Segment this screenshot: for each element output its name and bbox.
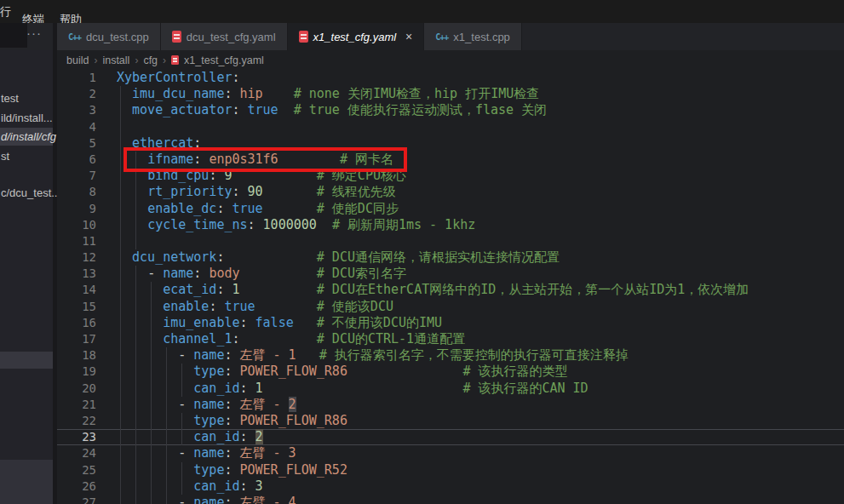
code-text: - name: 左臂 - 2	[117, 397, 296, 413]
line-number: 16	[57, 315, 96, 331]
breadcrumb-cfg[interactable]: cfg	[143, 54, 158, 66]
code-text: ecat_id: 1 # DCU在EtherCAT网络中的ID，从主站开始，第一…	[117, 282, 749, 298]
code-line[interactable]: 18 - name: 左臂 - 1 # 执行器索引名字，不需要控制的执行器可直接…	[57, 347, 844, 364]
code-line[interactable]: 20 can_id: 1 # 该执行器的CAN ID	[57, 381, 844, 397]
tab-dcu-test-cpp[interactable]: C++ dcu_test.cpp	[57, 23, 161, 50]
line-number: 5	[57, 135, 96, 152]
code-area[interactable]: 1XyberController:2 imu_dcu_name: hip # n…	[57, 70, 844, 504]
yaml-file-icon	[172, 31, 181, 43]
code-line[interactable]: 21 - name: 左臂 - 2	[57, 397, 844, 413]
code-text: can_id: 2	[117, 429, 263, 445]
code-line[interactable]: 17 channel_1: # DCU的CTRL-1通道配置	[57, 331, 844, 347]
tab-x1-test-cpp[interactable]: C++ x1_test.cpp	[424, 23, 522, 50]
code-line[interactable]: 8 rt_priority: 90 # 线程优先级	[57, 184, 844, 200]
code-line[interactable]: 19 type: POWER_FLOW_R86 # 该执行器的类型	[57, 364, 844, 380]
line-number: 8	[57, 184, 96, 200]
code-line[interactable]: 9 enable_dc: true # 使能DC同步	[57, 201, 844, 217]
cpp-file-icon: C++	[68, 32, 81, 42]
code-text: can_id: 3	[117, 478, 263, 495]
sidebar: ··· test ild/install... d/install/cfg st…	[0, 23, 57, 504]
code-line[interactable]: 14 ecat_id: 1 # DCU在EtherCAT网络中的ID，从主站开始…	[57, 282, 844, 298]
code-line[interactable]: 13 - name: body # DCU索引名字	[57, 266, 844, 282]
line-number: 3	[57, 102, 96, 118]
breadcrumb-install[interactable]: install	[102, 54, 129, 66]
line-number: 2	[57, 86, 96, 102]
breadcrumb-file[interactable]: x1_test_cfg.yaml	[184, 54, 264, 66]
code-text: - name: 左臂 - 3	[117, 445, 296, 461]
sidebar-item-st[interactable]: st	[1, 150, 9, 163]
line-number: 15	[57, 299, 96, 315]
code-line[interactable]: 4	[57, 119, 844, 135]
line-number: 27	[57, 495, 96, 504]
line-number: 17	[57, 331, 96, 347]
code-line[interactable]: 24 - name: 左臂 - 3	[57, 445, 844, 461]
code-line[interactable]: 27 - name: 左臂 - 4	[57, 495, 844, 504]
more-actions-icon[interactable]: ···	[26, 26, 42, 40]
line-number: 24	[57, 445, 96, 461]
breadcrumb-build[interactable]: build	[66, 54, 89, 66]
code-text: XyberController:	[117, 70, 240, 86]
code-line[interactable]: 25 type: POWER_FLOW_R52	[57, 462, 844, 478]
indent-guide	[120, 119, 121, 135]
code-line[interactable]: 26 can_id: 3	[57, 478, 844, 495]
tab-x1-test-cfg-yaml[interactable]: x1_test_cfg.yaml ×	[288, 23, 425, 50]
line-number: 7	[57, 168, 96, 184]
code-text: move_actuator: true # true 使能执行器运动测试，fla…	[117, 102, 547, 118]
indent-guide	[120, 233, 121, 249]
line-number: 26	[57, 478, 96, 495]
menu-item-run[interactable]: 运行	[0, 0, 14, 23]
chevron-right-icon: ›	[135, 54, 138, 66]
code-text: - name: body # DCU索引名字	[117, 266, 406, 282]
code-text: channel_1: # DCU的CTRL-1通道配置	[117, 331, 465, 347]
sidebar-item-dcu-test[interactable]: c/dcu_test...	[1, 186, 60, 199]
code-text: bind_cpu: 9 # 绑定CPU核心	[117, 168, 406, 184]
code-text: can_id: 1 # 该执行器的CAN ID	[117, 381, 589, 397]
sidebar-item-install[interactable]: ild/install...	[1, 112, 53, 124]
code-text: type: POWER_FLOW_R86 # 该执行器的类型	[117, 364, 567, 380]
sidebar-item-test[interactable]: test	[1, 92, 19, 105]
code-text: cycle_time_ns: 1000000 # 刷新周期1ms - 1khz	[117, 217, 475, 233]
code-text: imu_dcu_name: hip # none 关闭IMU检查，hip 打开I…	[117, 86, 539, 102]
line-number: 18	[57, 347, 96, 364]
chevron-right-icon: ›	[94, 54, 97, 66]
code-text: - name: 左臂 - 1 # 执行器索引名字，不需要控制的执行器可直接注释掉	[117, 347, 629, 364]
line-number: 1	[57, 70, 96, 86]
code-text: ethercat:	[117, 135, 201, 152]
code-text: dcu_network: # DCU通信网络，请根据实机连接情况配置	[117, 249, 560, 266]
sidebar-item-install-cfg[interactable]: d/install/cfg	[1, 130, 56, 143]
tab-label: dcu_test.cpp	[86, 31, 149, 43]
code-line[interactable]: 5 ethercat:	[57, 135, 844, 152]
code-text: enable_dc: true # 使能DC同步	[117, 201, 399, 217]
code-line[interactable]: 12 dcu_network: # DCU通信网络，请根据实机连接情况配置	[57, 249, 844, 266]
code-line[interactable]: 1XyberController:	[57, 70, 844, 86]
sidebar-highlight-band[interactable]	[0, 352, 53, 369]
line-number: 23	[57, 429, 96, 445]
sidebar-dark-block	[0, 23, 27, 48]
code-line-current[interactable]: 23 can_id: 2	[57, 429, 844, 445]
yaml-file-icon	[171, 55, 179, 65]
tab-dcu-test-cfg-yaml[interactable]: dcu_test_cfg.yaml	[161, 23, 288, 50]
cpp-file-icon: C++	[435, 32, 448, 42]
code-line[interactable]: 7 bind_cpu: 9 # 绑定CPU核心	[57, 168, 844, 184]
code-line[interactable]: 10 cycle_time_ns: 1000000 # 刷新周期1ms - 1k…	[57, 217, 844, 233]
breadcrumb: build › install › cfg › x1_test_cfg.yaml	[57, 50, 844, 70]
code-line[interactable]: 2 imu_dcu_name: hip # none 关闭IMU检查，hip 打…	[57, 86, 844, 102]
line-number: 10	[57, 217, 96, 233]
line-number: 13	[57, 266, 96, 282]
indent-guide	[135, 233, 136, 249]
code-line[interactable]: 22 type: POWER_FLOW_R86	[57, 413, 844, 429]
close-icon[interactable]: ×	[405, 30, 412, 43]
line-number: 6	[57, 152, 96, 168]
code-line[interactable]: 3 move_actuator: true # true 使能执行器运动测试，f…	[57, 102, 844, 118]
code-line[interactable]: 16 imu_enable: false # 不使用该DCU的IMU	[57, 315, 844, 331]
sidebar-bottom-panel	[0, 460, 53, 504]
code-line[interactable]: 15 enable: true # 使能该DCU	[57, 299, 844, 315]
code-text: imu_enable: false # 不使用该DCU的IMU	[117, 315, 442, 331]
line-number: 21	[57, 397, 96, 413]
code-line[interactable]: 11	[57, 233, 844, 249]
tab-label: x1_test_cfg.yaml	[313, 31, 397, 43]
code-line[interactable]: 6 ifname: enp0s31f6 # 网卡名	[57, 152, 844, 168]
yaml-file-icon	[299, 31, 308, 43]
line-number: 12	[57, 249, 96, 266]
line-number: 11	[57, 233, 96, 249]
